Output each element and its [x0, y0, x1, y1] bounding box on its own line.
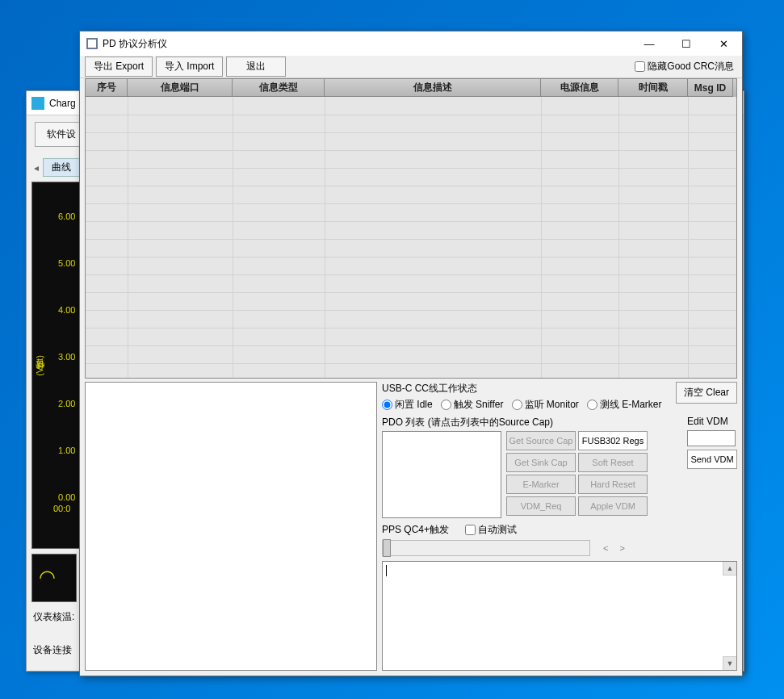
- window-title: PD 协议分析仪: [103, 37, 631, 51]
- edit-vdm-label: Edit VDM: [687, 416, 737, 427]
- pps-row: PPS QC4+触发 自动测试: [382, 523, 737, 537]
- maximize-button[interactable]: ☐: [668, 31, 705, 56]
- stepper-right-icon[interactable]: >: [619, 543, 624, 553]
- col-port[interactable]: 信息端口: [128, 79, 233, 97]
- fusb302-regs-button[interactable]: FUSB302 Regs: [578, 431, 648, 450]
- bg-chart-ylabel: 伏特(Volt): [34, 355, 46, 376]
- bg-tick-3: 3.00: [58, 352, 75, 362]
- hide-crc-label: 隐藏Good CRC消息: [648, 60, 734, 73]
- detail-panel[interactable]: [85, 382, 377, 671]
- apple-vdm-button[interactable]: Apple VDM: [578, 496, 648, 516]
- controls-panel: USB-C CC线工作状态 闲置 Idle 触发 Sniffer 监听 Moni…: [382, 382, 737, 671]
- vdm-input[interactable]: [687, 430, 736, 446]
- minimize-button[interactable]: —: [631, 31, 668, 56]
- toolbar: 导出 Export 导入 Import 退出 隐藏Good CRC消息: [80, 56, 742, 78]
- bottom-panel: USB-C CC线工作状态 闲置 Idle 触发 Sniffer 监听 Moni…: [80, 382, 742, 676]
- main-window: PD 协议分析仪 — ☐ ✕ 导出 Export 导入 Import 退出 隐藏…: [79, 31, 743, 676]
- pdo-group-label: PDO 列表 (请点击列表中的Source Cap): [382, 416, 681, 429]
- close-button[interactable]: ✕: [705, 31, 742, 56]
- bg-tick-4: 4.00: [58, 305, 75, 315]
- radio-emarker[interactable]: 测线 E-Marker: [587, 398, 662, 412]
- message-table[interactable]: 序号 信息端口 信息类型 信息描述 电源信息 时间戳 Msg ID: [85, 78, 737, 379]
- bg-xtick: 00:0: [53, 504, 70, 513]
- pdo-button-grid: Get Source Cap FUSB302 Regs Get Sink Cap…: [506, 431, 648, 518]
- titlebar[interactable]: PD 协议分析仪 — ☐ ✕: [80, 31, 742, 56]
- cc-group-label: USB-C CC线工作状态: [382, 382, 671, 396]
- send-vdm-button[interactable]: Send VDM: [687, 450, 737, 469]
- log-textarea[interactable]: ▲ ▼: [382, 561, 737, 671]
- radio-monitor[interactable]: 监听 Monitor: [512, 398, 579, 412]
- auto-test-checkbox[interactable]: 自动测试: [465, 523, 517, 537]
- slider-thumb[interactable]: [383, 539, 391, 557]
- col-pwr[interactable]: 电源信息: [541, 79, 618, 97]
- col-seq[interactable]: 序号: [86, 79, 128, 97]
- col-time[interactable]: 时间戳: [618, 79, 688, 97]
- bg-tick-1: 1.00: [58, 446, 75, 455]
- col-msg[interactable]: Msg ID: [688, 79, 733, 97]
- pdo-listbox[interactable]: [382, 431, 501, 518]
- clear-button[interactable]: 清空 Clear: [676, 382, 737, 404]
- bg-tick-2: 2.00: [58, 399, 75, 408]
- hide-crc-input[interactable]: [635, 61, 645, 72]
- cc-radio-row: 闲置 Idle 触发 Sniffer 监听 Monitor 测线 E-Marke…: [382, 396, 671, 414]
- pps-slider-row: < >: [382, 540, 737, 556]
- get-source-cap-button[interactable]: Get Source Cap: [506, 431, 576, 450]
- scroll-down-icon[interactable]: ▼: [723, 656, 736, 670]
- export-button[interactable]: 导出 Export: [85, 57, 153, 77]
- stepper-left-icon[interactable]: <: [603, 543, 608, 553]
- tab-scroll-left-icon[interactable]: ◂: [31, 162, 41, 174]
- pps-stepper: < >: [598, 543, 630, 553]
- bg-meter: ◠: [31, 554, 77, 602]
- hard-reset-button[interactable]: Hard Reset: [578, 475, 648, 494]
- app-icon: [86, 38, 98, 49]
- scroll-up-icon[interactable]: ▲: [723, 562, 736, 576]
- bg-tick-6: 6.00: [58, 211, 75, 221]
- radio-idle[interactable]: 闲置 Idle: [382, 398, 433, 412]
- bg-tab-curve[interactable]: 曲线: [43, 158, 80, 177]
- bg-chart: 伏特(Volt) 6.00 5.00 4.00 3.00 2.00 1.00 0…: [31, 182, 83, 549]
- col-type[interactable]: 信息类型: [233, 79, 325, 97]
- gauge-icon: ◠: [39, 566, 56, 588]
- bg-app-icon: [31, 97, 44, 110]
- table-header: 序号 信息端口 信息类型 信息描述 电源信息 时间戳 Msg ID: [86, 79, 736, 97]
- edit-vdm-block: Edit VDM Send VDM: [687, 416, 737, 518]
- import-button[interactable]: 导入 Import: [156, 57, 223, 77]
- get-sink-cap-button[interactable]: Get Sink Cap: [506, 453, 576, 472]
- text-caret: [386, 565, 387, 576]
- bg-tick-5: 5.00: [58, 258, 75, 268]
- exit-button[interactable]: 退出: [226, 57, 286, 77]
- soft-reset-button[interactable]: Soft Reset: [578, 453, 648, 472]
- pps-label: PPS QC4+触发: [382, 523, 449, 537]
- bg-tick-0: 0.00: [58, 492, 75, 502]
- vdm-req-button[interactable]: VDM_Req: [506, 496, 576, 516]
- hide-crc-checkbox[interactable]: 隐藏Good CRC消息: [635, 60, 737, 73]
- pps-slider[interactable]: [382, 540, 590, 556]
- radio-sniffer[interactable]: 触发 Sniffer: [441, 398, 504, 412]
- table-body[interactable]: [86, 97, 736, 378]
- col-desc[interactable]: 信息描述: [325, 79, 541, 97]
- bg-title: Charg: [49, 98, 76, 109]
- emarker-button[interactable]: E-Marker: [506, 475, 576, 494]
